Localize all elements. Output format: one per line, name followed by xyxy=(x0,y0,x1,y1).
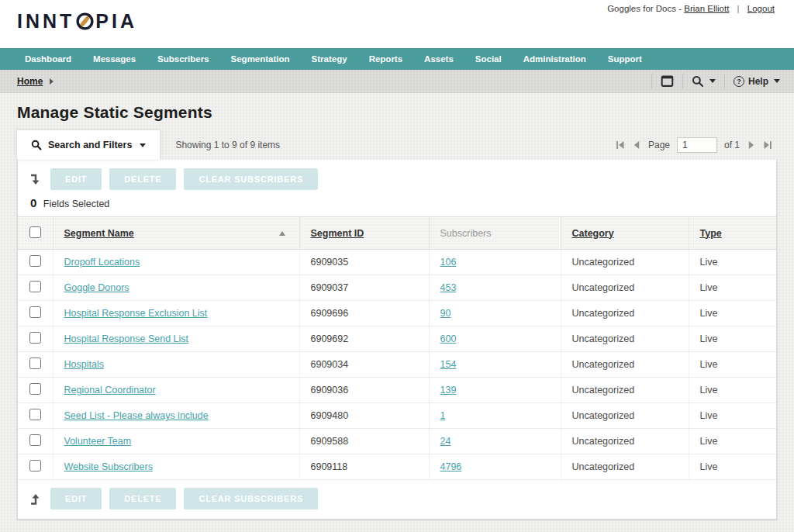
row-checkbox[interactable] xyxy=(29,434,41,446)
pagination: Page of 1 xyxy=(616,137,772,153)
search-filters-label: Search and Filters xyxy=(48,140,132,150)
subscribers-link[interactable]: 600 xyxy=(440,333,457,344)
row-checkbox[interactable] xyxy=(29,281,41,292)
nav-item-strategy[interactable]: Strategy xyxy=(301,54,358,64)
top-header: Goggles for Docs - Brian Elliott | Logou… xyxy=(0,0,794,48)
segment-name-link[interactable]: Dropoff Locations xyxy=(64,257,140,268)
edit-button[interactable]: EDIT xyxy=(50,168,102,190)
top-action-bar: EDIT DELETE CLEAR SUBSCRIBERS xyxy=(18,160,776,194)
segment-name-link[interactable]: Hospital Response Send List xyxy=(64,333,189,344)
segment-name-link[interactable]: Seed List - Please always include xyxy=(64,410,209,421)
segment-id-cell: 6909696 xyxy=(299,301,429,326)
row-checkbox[interactable] xyxy=(29,255,41,267)
breadcrumb-home-link[interactable]: Home xyxy=(17,76,43,87)
subscribers-link[interactable]: 139 xyxy=(440,385,457,396)
subscribers-link[interactable]: 154 xyxy=(440,359,457,370)
select-all-checkbox[interactable] xyxy=(29,226,41,238)
row-checkbox[interactable] xyxy=(29,460,41,472)
nav-item-assets[interactable]: Assets xyxy=(413,54,464,64)
logout-link[interactable]: Logout xyxy=(747,4,775,13)
search-icon xyxy=(31,140,42,150)
nav-item-reports[interactable]: Reports xyxy=(358,54,413,64)
row-checkbox[interactable] xyxy=(29,358,41,369)
utility-icons: ? Help xyxy=(643,70,780,92)
search-and-filters-tab[interactable]: Search and Filters xyxy=(17,130,160,160)
row-checkbox[interactable] xyxy=(29,409,41,420)
column-header-type[interactable]: Type xyxy=(700,228,722,239)
logo[interactable]: INNT PIA xyxy=(17,10,137,33)
clear-subscribers-button[interactable]: CLEAR SUBSCRIBERS xyxy=(184,488,318,510)
row-checkbox[interactable] xyxy=(29,306,41,318)
fields-selected-label: Fields Selected xyxy=(43,199,109,209)
delete-button[interactable]: DELETE xyxy=(109,168,176,190)
next-page-button[interactable] xyxy=(747,140,756,150)
segment-name-link[interactable]: Website Subscribers xyxy=(64,461,153,472)
nav-item-administration[interactable]: Administration xyxy=(513,54,597,64)
page-of-label: of 1 xyxy=(724,140,740,150)
account-label: Goggles for Docs - xyxy=(607,4,682,13)
type-cell: Live xyxy=(689,454,776,480)
nav-item-messages[interactable]: Messages xyxy=(82,54,147,64)
table-row: Seed List - Please always include 690948… xyxy=(18,403,776,429)
content: Manage Static Segments Search and Filter… xyxy=(0,93,794,532)
segment-name-link[interactable]: Regional Coordinator xyxy=(64,385,156,396)
clear-subscribers-button[interactable]: CLEAR SUBSCRIBERS xyxy=(184,168,318,190)
subscribers-link[interactable]: 1 xyxy=(440,410,446,421)
row-checkbox[interactable] xyxy=(29,332,41,344)
divider xyxy=(682,74,683,89)
user-link[interactable]: Brian Elliott xyxy=(684,4,729,13)
column-header-category[interactable]: Category xyxy=(572,228,614,239)
segment-name-link[interactable]: Goggle Donors xyxy=(64,282,129,293)
subscribers-link[interactable]: 106 xyxy=(440,257,457,268)
sort-ascending-icon xyxy=(279,231,285,236)
type-cell: Live xyxy=(689,429,776,454)
type-cell: Live xyxy=(689,403,776,429)
segment-name-link[interactable]: Hospital Response Exclusion List xyxy=(64,308,208,319)
type-cell: Live xyxy=(689,352,776,378)
table-row: Hospital Response Send List 6909692 600 … xyxy=(18,326,776,352)
column-header-subscribers: Subscribers xyxy=(440,228,492,239)
table-row: Goggle Donors 6909037 453 Uncategorized … xyxy=(18,275,776,301)
segment-id-cell: 6909036 xyxy=(299,378,429,403)
category-cell: Uncategorized xyxy=(561,378,689,403)
segment-name-link[interactable]: Volunteer Team xyxy=(64,436,132,447)
category-cell: Uncategorized xyxy=(561,352,689,378)
nav-item-support[interactable]: Support xyxy=(597,54,653,64)
page-number-input[interactable] xyxy=(677,137,717,153)
nav-item-segmentation[interactable]: Segmentation xyxy=(220,54,301,64)
subscribers-link[interactable]: 90 xyxy=(440,308,451,319)
subscribers-link[interactable]: 24 xyxy=(440,436,451,447)
search-icon xyxy=(692,75,704,88)
last-page-button[interactable] xyxy=(763,140,772,150)
type-cell: Live xyxy=(689,250,776,275)
nav-item-subscribers[interactable]: Subscribers xyxy=(147,54,219,64)
search-menu-button[interactable] xyxy=(692,75,716,88)
nav-item-dashboard[interactable]: Dashboard xyxy=(14,54,82,64)
subscribers-link[interactable]: 4796 xyxy=(440,461,462,472)
breadcrumb-bar: Home ? Help xyxy=(0,70,794,93)
jump-to-top-icon[interactable] xyxy=(29,492,41,506)
logo-text-right: PIA xyxy=(95,10,137,33)
account-bar: Goggles for Docs - Brian Elliott | Logou… xyxy=(607,4,775,13)
column-header-segment-name[interactable]: Segment Name xyxy=(64,228,134,239)
edit-button[interactable]: EDIT xyxy=(50,488,102,510)
segment-name-link[interactable]: Hospitals xyxy=(64,359,104,370)
help-menu-button[interactable]: ? Help xyxy=(734,76,780,87)
segment-id-cell: 6909037 xyxy=(299,275,429,301)
column-header-segment-id[interactable]: Segment ID xyxy=(311,228,364,239)
subscribers-link[interactable]: 453 xyxy=(440,282,457,293)
calendar-button[interactable] xyxy=(661,74,674,88)
account-divider: | xyxy=(737,4,740,13)
jump-to-bottom-icon[interactable] xyxy=(29,173,41,186)
delete-button[interactable]: DELETE xyxy=(109,488,176,510)
nav-item-social[interactable]: Social xyxy=(464,54,513,64)
logo-text-left: INNT xyxy=(17,10,74,33)
prev-page-button[interactable] xyxy=(632,140,641,150)
table-row: Website Subscribers 6909118 4796 Uncateg… xyxy=(18,454,776,480)
page-label: Page xyxy=(648,140,670,150)
showing-items-text: Showing 1 to 9 of 9 items xyxy=(175,140,280,150)
segment-id-cell: 6909692 xyxy=(299,326,429,352)
row-checkbox[interactable] xyxy=(29,383,41,395)
help-label: Help xyxy=(748,76,768,87)
first-page-button[interactable] xyxy=(616,140,625,150)
